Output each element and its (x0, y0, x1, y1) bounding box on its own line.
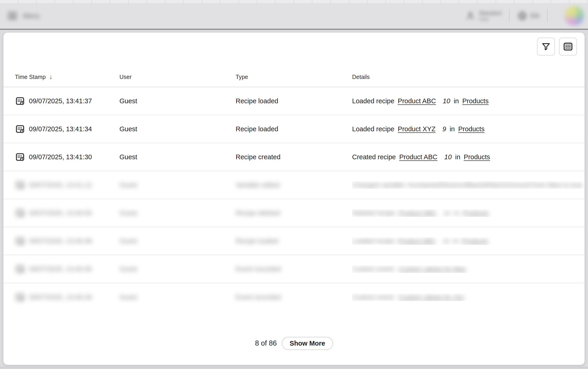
details-text: Changed variable: Konstante/Electron/Bla… (352, 181, 582, 189)
language-code: EN (531, 12, 539, 20)
calendar-clock-icon (15, 152, 25, 162)
details-text: Loaded recipe (352, 237, 394, 245)
filter-button[interactable] (537, 38, 555, 56)
timestamp-text: 09/07/2025, 13:40:48 (29, 237, 92, 245)
hamburger-menu-icon[interactable] (8, 12, 17, 19)
details-text: 9 (442, 125, 446, 133)
cell-details: Deleted recipe Product ABC 11 in Product… (352, 209, 585, 217)
column-header-type[interactable]: Type (236, 74, 352, 80)
details-text: 11 (443, 209, 451, 217)
details-text: Created recipe (352, 153, 396, 161)
cell-type: Recipe loaded (236, 125, 352, 133)
table-toolbar (537, 38, 577, 56)
funnel-icon (541, 41, 551, 52)
calendar-clock-icon (15, 124, 25, 134)
cell-type: Recipe loaded (236, 237, 352, 245)
details-link[interactable]: Product XYZ (398, 125, 435, 133)
details-content: Custom event: Custom values by Jon (352, 293, 464, 301)
details-link[interactable]: Product ABC (399, 153, 437, 161)
pagination-footer: 8 of 86 Show More (3, 330, 585, 365)
calendar-clock-icon (15, 264, 25, 274)
details-link[interactable]: Product ABC (399, 209, 437, 217)
details-content: Custom event: Custom values by Max (352, 265, 466, 273)
details-link[interactable]: Products (464, 153, 490, 161)
details-text: Custom event: (352, 293, 395, 301)
table-row[interactable]: 09/07/2025, 13:40:29 Guest Event recorde… (3, 283, 585, 311)
cell-timestamp: 09/07/2025, 13:41:34 (3, 124, 119, 134)
details-text: Loaded recipe (352, 97, 394, 105)
cell-timestamp: 09/07/2025, 13:40:35 (3, 264, 119, 274)
user-info[interactable]: Standard User (479, 10, 501, 22)
details-link[interactable]: Product ABC (398, 237, 436, 245)
row-count-label: 8 of 86 (255, 339, 277, 348)
table-grid-icon (563, 41, 573, 52)
details-text: 10 (444, 153, 452, 161)
cell-timestamp: 09/07/2025, 13:41:12 (3, 180, 119, 190)
cell-user: Guest (119, 125, 236, 133)
user-role: User (479, 16, 501, 22)
calendar-clock-icon (15, 236, 25, 246)
calendar-clock-icon (15, 180, 25, 190)
details-link[interactable]: Products (462, 97, 489, 105)
cell-user: Guest (119, 237, 236, 245)
details-link[interactable]: Products (462, 237, 488, 245)
details-content: Loaded recipe Product ABC 11 in Products (352, 237, 488, 245)
cell-user: Guest (119, 153, 236, 161)
cell-type: Recipe created (236, 153, 352, 161)
show-more-button[interactable]: Show More (282, 337, 333, 350)
details-text: in (453, 237, 458, 245)
table-row[interactable]: 09/07/2025, 13:41:30 Guest Recipe create… (3, 143, 585, 171)
calendar-clock-icon (15, 96, 25, 106)
cell-details: Custom event: Custom values by Jon (352, 293, 585, 301)
details-text: in (450, 125, 455, 133)
column-header-timestamp[interactable]: Time Stamp ↓ (3, 73, 119, 80)
sort-desc-icon[interactable]: ↓ (49, 73, 52, 80)
details-text: Custom event: (352, 265, 395, 273)
timestamp-text: 09/07/2025, 13:40:35 (29, 265, 92, 273)
calendar-clock-icon (15, 292, 25, 302)
details-text: Loaded recipe (352, 125, 394, 133)
details-link[interactable]: Custom values by Jon (399, 293, 464, 301)
cell-timestamp: 09/07/2025, 13:41:37 (3, 96, 119, 106)
timestamp-text: 09/07/2025, 13:41:12 (29, 181, 92, 189)
person-icon (465, 10, 476, 21)
details-content: Loaded recipe Product ABC 10 in Products (352, 97, 489, 105)
details-link[interactable]: Products (458, 125, 484, 133)
cell-details: Custom event: Custom values by Max (352, 265, 585, 273)
globe-icon (517, 11, 527, 21)
audit-log-table: Time Stamp ↓ User Type Details (3, 67, 585, 311)
cell-type: Variable edited (236, 181, 352, 189)
language-selector[interactable]: EN (517, 11, 539, 21)
table-body: 09/07/2025, 13:41:37 Guest Recipe loaded… (3, 87, 585, 311)
columns-button[interactable] (559, 38, 577, 56)
menu-button-label[interactable]: Menu (23, 12, 40, 20)
table-row[interactable]: 09/07/2025, 13:41:34 Guest Recipe loaded… (3, 115, 585, 143)
cell-user: Guest (119, 97, 236, 105)
table-row[interactable]: 09/07/2025, 13:41:12 Guest Variable edit… (3, 171, 585, 199)
cell-timestamp: 09/07/2025, 13:41:30 (3, 152, 119, 162)
cell-type: Recipe deleted (236, 209, 352, 217)
column-header-timestamp-label: Time Stamp (15, 74, 46, 80)
table-row[interactable]: 09/07/2025, 13:40:55 Guest Recipe delete… (3, 199, 585, 227)
calendar-clock-icon (15, 208, 25, 218)
topbar-tab-strip (0, 0, 588, 3)
cell-details: Created recipe Product ABC 10 in Product… (352, 153, 585, 161)
cell-details: Changed variable: Konstante/Electron/Bla… (352, 181, 585, 189)
table-row[interactable]: 09/07/2025, 13:41:37 Guest Recipe loaded… (3, 87, 585, 115)
cell-user: Guest (119, 293, 236, 301)
cell-timestamp: 09/07/2025, 13:40:29 (3, 292, 119, 302)
details-content: Deleted recipe Product ABC 11 in Product… (352, 209, 489, 217)
details-link[interactable]: Custom values by Max (399, 265, 466, 273)
cell-details: Loaded recipe Product ABC 10 in Products (352, 97, 585, 105)
cell-type: Recipe loaded (236, 97, 352, 105)
column-header-details[interactable]: Details (352, 74, 585, 80)
table-row[interactable]: 09/07/2025, 13:40:48 Guest Recipe loaded… (3, 227, 585, 255)
topbar-divider (509, 9, 509, 22)
details-text: in (455, 153, 461, 161)
table-row[interactable]: 09/07/2025, 13:40:35 Guest Event recorde… (3, 255, 585, 283)
details-link[interactable]: Products (462, 209, 489, 217)
details-link[interactable]: Product ABC (398, 97, 436, 105)
column-header-user[interactable]: User (119, 74, 236, 80)
timestamp-text: 09/07/2025, 13:41:37 (29, 97, 92, 105)
avatar[interactable] (565, 6, 584, 25)
